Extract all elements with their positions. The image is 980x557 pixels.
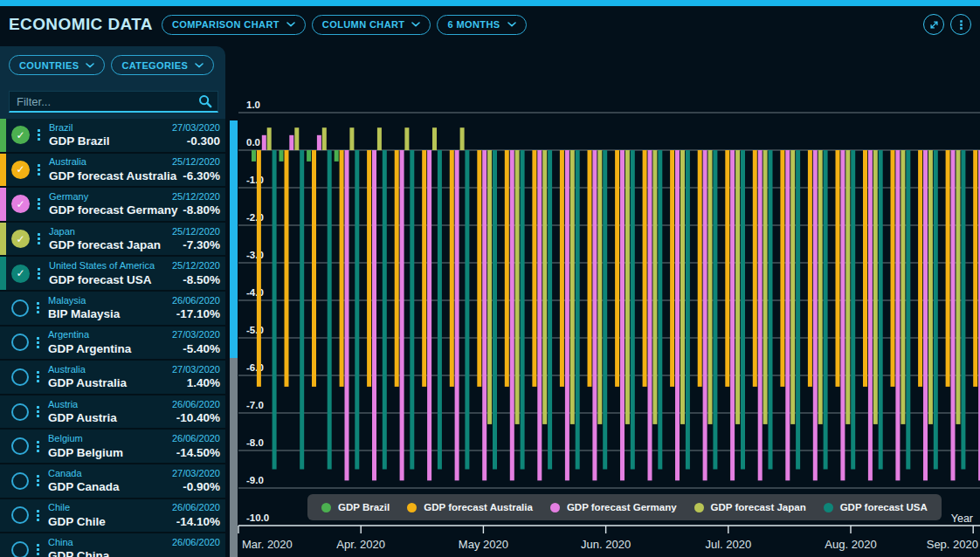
bar-gdp-forecast-germany[interactable] — [895, 150, 900, 480]
unselected-checkbox[interactable] — [11, 506, 29, 524]
bar-gdp-forecast-japan[interactable] — [735, 150, 740, 424]
item-menu-icon[interactable] — [37, 544, 39, 555]
bar-gdp-forecast-japan[interactable] — [790, 150, 795, 424]
selected-checkbox[interactable]: ✓ — [11, 265, 30, 283]
bar-gdp-forecast-australia[interactable] — [918, 150, 922, 387]
bar-gdp-forecast-usa[interactable] — [438, 150, 442, 470]
bar-gdp-forecast-australia[interactable] — [532, 150, 536, 387]
more-menu-button[interactable] — [950, 14, 971, 35]
item-menu-icon[interactable] — [38, 129, 40, 141]
bar-gdp-brazil[interactable] — [252, 150, 256, 162]
item-menu-icon[interactable] — [37, 510, 39, 521]
item-menu-icon[interactable] — [37, 337, 39, 348]
bar-gdp-forecast-australia[interactable] — [285, 150, 289, 387]
bar-gdp-forecast-usa[interactable] — [355, 150, 359, 470]
6-months-dropdown[interactable]: 6 MONTHS — [437, 15, 526, 35]
bar-gdp-forecast-japan[interactable] — [515, 150, 520, 424]
bar-gdp-forecast-australia[interactable] — [257, 150, 261, 387]
sidebar-item-malaysia[interactable]: MalaysiaBIP Malaysia26/06/2020-17.10% — [0, 292, 225, 327]
bar-gdp-forecast-japan[interactable] — [597, 150, 602, 424]
bar-gdp-forecast-australia[interactable] — [891, 150, 895, 387]
sidebar-scrollbar[interactable] — [230, 120, 238, 557]
unselected-checkbox[interactable] — [11, 368, 29, 386]
sidebar-item-australia[interactable]: ✓AustraliaGDP forecast Australia25/12/20… — [0, 154, 225, 189]
bar-gdp-forecast-japan[interactable] — [267, 127, 272, 150]
bar-gdp-forecast-australia[interactable] — [422, 150, 426, 387]
bar-gdp-forecast-germany[interactable] — [923, 150, 928, 480]
bar-gdp-forecast-usa[interactable] — [328, 150, 332, 470]
bar-gdp-forecast-germany[interactable] — [510, 150, 514, 480]
bar-gdp-forecast-usa[interactable] — [713, 150, 717, 470]
bar-gdp-forecast-germany[interactable] — [730, 150, 735, 480]
unselected-checkbox[interactable] — [11, 334, 29, 351]
bar-gdp-forecast-germany[interactable] — [345, 150, 349, 480]
unselected-checkbox[interactable] — [11, 472, 29, 490]
bar-gdp-forecast-usa[interactable] — [851, 150, 855, 470]
item-menu-icon[interactable] — [37, 371, 39, 382]
bar-gdp-forecast-usa[interactable] — [769, 150, 773, 470]
bar-gdp-forecast-australia[interactable] — [505, 150, 509, 387]
categories-dropdown[interactable]: CATEGORIES — [111, 55, 214, 75]
bar-gdp-forecast-usa[interactable] — [465, 150, 469, 470]
bar-gdp-forecast-germany[interactable] — [620, 150, 625, 480]
bar-gdp-forecast-japan[interactable] — [432, 127, 437, 150]
bar-gdp-forecast-usa[interactable] — [631, 150, 635, 470]
countries-dropdown[interactable]: COUNTRIES — [9, 55, 105, 75]
bar-gdp-forecast-japan[interactable] — [818, 150, 823, 424]
bar-gdp-forecast-japan[interactable] — [873, 150, 878, 424]
fullscreen-button[interactable] — [923, 14, 944, 35]
bar-gdp-forecast-australia[interactable] — [450, 150, 454, 387]
bar-gdp-forecast-australia[interactable] — [615, 150, 619, 387]
bar-gdp-forecast-usa[interactable] — [300, 150, 304, 470]
sidebar-item-china[interactable]: ChinaGDP China26/06/2020 — [0, 533, 225, 557]
bar-gdp-forecast-germany[interactable] — [565, 150, 569, 480]
unselected-checkbox[interactable] — [11, 541, 29, 557]
bar-gdp-forecast-australia[interactable] — [312, 150, 316, 387]
scrollbar-thumb[interactable] — [230, 120, 238, 358]
unselected-checkbox[interactable] — [11, 299, 29, 317]
bar-gdp-forecast-japan[interactable] — [460, 127, 465, 150]
bar-gdp-forecast-germany[interactable] — [455, 150, 459, 480]
sidebar-item-australia[interactable]: AustraliaGDP Australia27/03/20201.40% — [0, 361, 225, 395]
bar-gdp-forecast-australia[interactable] — [863, 150, 867, 387]
bar-gdp-forecast-japan[interactable] — [487, 150, 492, 424]
item-menu-icon[interactable] — [38, 268, 40, 279]
bar-gdp-forecast-usa[interactable] — [521, 150, 525, 470]
bar-gdp-forecast-usa[interactable] — [741, 150, 745, 470]
bar-gdp-forecast-germany[interactable] — [703, 150, 707, 480]
sidebar-item-germany[interactable]: ✓GermanyGDP forecast Germany25/12/2020-8… — [0, 188, 225, 223]
bar-gdp-forecast-japan[interactable] — [901, 150, 905, 424]
bar-gdp-forecast-usa[interactable] — [658, 150, 662, 470]
sidebar-item-belgium[interactable]: BelgiumGDP Belgium26/06/2020-14.50% — [0, 430, 225, 464]
item-menu-icon[interactable] — [38, 198, 40, 210]
unselected-checkbox[interactable] — [11, 403, 29, 421]
bar-gdp-forecast-australia[interactable] — [780, 150, 784, 387]
bar-gdp-forecast-germany[interactable] — [262, 135, 266, 150]
bar-gdp-forecast-australia[interactable] — [725, 150, 729, 387]
bar-gdp-forecast-australia[interactable] — [973, 150, 977, 387]
bar-gdp-forecast-australia[interactable] — [367, 150, 371, 387]
bar-gdp-forecast-usa[interactable] — [961, 150, 965, 470]
bar-gdp-forecast-germany[interactable] — [400, 150, 404, 480]
bar-gdp-forecast-australia[interactable] — [588, 150, 592, 387]
bar-gdp-forecast-germany[interactable] — [648, 150, 652, 480]
sidebar-item-canada[interactable]: CanadaGDP Canada27/03/2020-0.90% — [0, 464, 225, 499]
bar-gdp-forecast-japan[interactable] — [708, 150, 713, 424]
bar-gdp-forecast-germany[interactable] — [427, 150, 431, 480]
bar-gdp-forecast-usa[interactable] — [879, 150, 883, 470]
bar-gdp-forecast-usa[interactable] — [934, 150, 938, 470]
comparison-chart-dropdown[interactable]: COMPARISON CHART — [162, 15, 306, 35]
filter-input[interactable] — [9, 91, 218, 113]
bar-gdp-forecast-germany[interactable] — [813, 150, 818, 480]
bar-gdp-forecast-japan[interactable] — [377, 127, 382, 150]
bar-gdp-forecast-germany[interactable] — [951, 150, 956, 480]
item-menu-icon[interactable] — [38, 233, 40, 244]
sidebar-item-chile[interactable]: ChileGDP Chile26/06/2020-14.10% — [0, 499, 225, 534]
sidebar-item-japan[interactable]: ✓JapanGDP forecast Japan25/12/2020-7.30% — [0, 223, 225, 258]
bar-gdp-forecast-australia[interactable] — [753, 150, 757, 387]
bar-gdp-forecast-japan[interactable] — [349, 127, 354, 150]
bar-gdp-forecast-japan[interactable] — [680, 150, 685, 424]
bar-gdp-forecast-germany[interactable] — [372, 150, 376, 480]
bar-gdp-forecast-germany[interactable] — [482, 150, 487, 480]
bar-gdp-forecast-japan[interactable] — [322, 127, 327, 150]
